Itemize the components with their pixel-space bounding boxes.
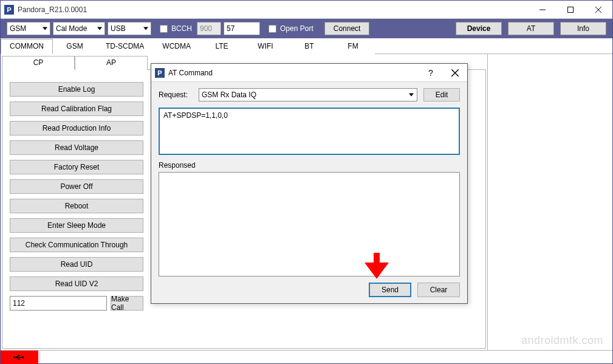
window-title: Pandora_R21.0.0001 <box>18 5 529 14</box>
dialog-titlebar: P AT Command ? <box>151 64 467 82</box>
response-textarea[interactable] <box>159 172 460 276</box>
dialog-close-button[interactable] <box>443 64 467 82</box>
close-button[interactable] <box>584 1 612 19</box>
dialog-help-button[interactable]: ? <box>419 64 443 82</box>
read-uid-v2-button[interactable]: Read UID V2 <box>10 276 143 291</box>
mode1-dropdown[interactable]: GSM <box>7 22 50 35</box>
power-off-button[interactable]: Power Off <box>10 179 143 194</box>
read-uid-button[interactable]: Read UID <box>10 257 143 272</box>
usb-status-icon <box>1 351 38 364</box>
enable-log-button[interactable]: Enable Log <box>10 82 143 97</box>
channel-input[interactable]: 57 <box>224 22 260 35</box>
minimize-button[interactable] <box>529 1 556 19</box>
statusbar <box>1 350 612 363</box>
openport-checkbox[interactable] <box>269 25 276 33</box>
connect-button[interactable]: Connect <box>324 22 370 35</box>
tab-wifi[interactable]: WIFI <box>244 39 287 54</box>
read-volt-button[interactable]: Read Voltage <box>10 140 143 155</box>
svg-rect-5 <box>22 356 24 358</box>
bcch-checkbox[interactable] <box>160 25 168 33</box>
reboot-button[interactable]: Reboot <box>10 199 143 213</box>
svg-rect-1 <box>568 7 574 12</box>
edit-button[interactable]: Edit <box>423 88 460 101</box>
dialog-app-icon: P <box>155 68 165 78</box>
app-icon: P <box>4 5 14 15</box>
toolbar: GSM Cal Mode USB BCCH 900 57 Open Port C… <box>1 19 612 38</box>
subtab-ap[interactable]: AP <box>75 56 148 70</box>
info-button[interactable]: Info <box>560 22 606 35</box>
response-label: Responsed <box>159 161 460 170</box>
request-dropdown[interactable]: GSM Rx Data IQ <box>199 88 417 101</box>
tab-gsm[interactable]: GSM <box>53 39 97 54</box>
tab-common[interactable]: COMMON <box>1 39 53 54</box>
bcch-value[interactable]: 900 <box>197 22 221 35</box>
bcch-label: BCCH <box>171 24 192 33</box>
make-call-button[interactable]: Make Call <box>111 296 143 311</box>
check-comm-button[interactable]: Check Communication Through <box>10 238 143 252</box>
tab-bt[interactable]: BT <box>287 39 331 54</box>
mode2-dropdown[interactable]: Cal Mode <box>53 22 105 35</box>
svg-point-4 <box>13 356 15 358</box>
status-sep <box>39 352 40 363</box>
titlebar: P Pandora_R21.0.0001 <box>1 1 612 19</box>
tab-wcdma[interactable]: WCDMA <box>153 39 200 54</box>
read-prod-button[interactable]: Read Production Info <box>10 121 143 136</box>
command-textarea[interactable]: AT+SPDSP=1,1,0,0 <box>159 108 460 155</box>
read-cal-button[interactable]: Read Calibration Flag <box>10 101 143 116</box>
device-button[interactable]: Device <box>456 22 502 35</box>
right-pane <box>488 54 612 350</box>
tab-fm[interactable]: FM <box>331 39 375 54</box>
send-button[interactable]: Send <box>369 283 411 297</box>
conn-dropdown[interactable]: USB <box>108 22 151 35</box>
maximize-button[interactable] <box>556 1 584 19</box>
call-number-input[interactable] <box>10 296 107 311</box>
clear-button[interactable]: Clear <box>417 283 460 297</box>
enter-sleep-button[interactable]: Enter Sleep Mode <box>10 218 143 233</box>
tab-tdscdma[interactable]: TD-SCDMA <box>97 39 153 54</box>
request-label: Request: <box>159 91 193 99</box>
at-command-dialog: P AT Command ? Request: GSM Rx Data IQ E… <box>151 63 468 304</box>
tab-lte[interactable]: LTE <box>200 39 244 54</box>
subtab-cp[interactable]: CP <box>2 56 75 70</box>
openport-label: Open Port <box>280 24 313 33</box>
dialog-title: AT Command <box>168 69 419 77</box>
at-button[interactable]: AT <box>508 22 554 35</box>
factory-reset-button[interactable]: Factory Reset <box>10 160 143 174</box>
dialog-body: Request: GSM Rx Data IQ Edit AT+SPDSP=1,… <box>151 82 467 303</box>
main-tabs: COMMON GSM TD-SCDMA WCDMA LTE WIFI BT FM <box>1 38 612 54</box>
